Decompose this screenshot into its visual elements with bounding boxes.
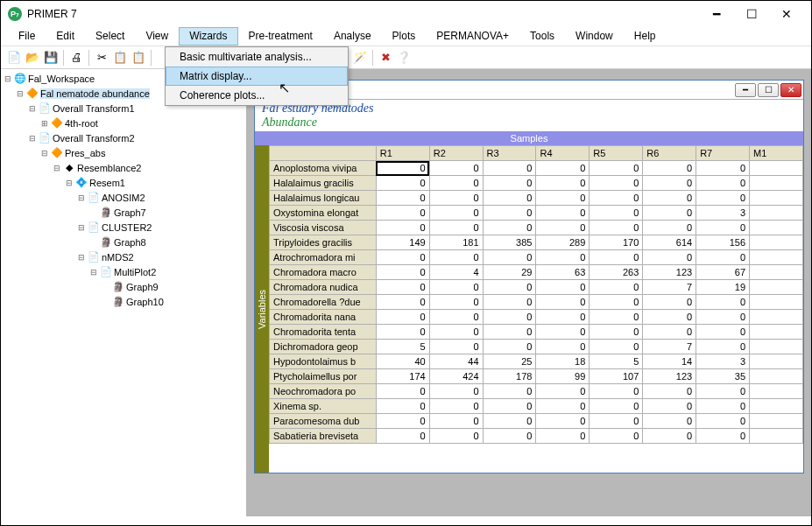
grid-cell[interactable] <box>750 280 803 295</box>
save-icon[interactable]: 💾 <box>43 50 59 66</box>
tree-node[interactable]: ⊞🔶4th-root <box>3 116 244 130</box>
grid-cell[interactable]: 0 <box>376 280 429 295</box>
menu-wizards[interactable]: Wizards <box>179 27 237 46</box>
menu-plots[interactable]: Plots <box>382 27 427 46</box>
grid-cell[interactable]: 0 <box>376 295 429 310</box>
grid-cell[interactable]: 67 <box>696 265 750 280</box>
grid-cell[interactable]: 0 <box>376 414 429 429</box>
grid-cell[interactable]: 0 <box>429 340 483 354</box>
row-header[interactable]: Halalaimus gracilis <box>270 176 377 191</box>
grid-cell[interactable]: 0 <box>429 206 483 221</box>
grid-cell[interactable]: 0 <box>376 325 429 340</box>
row-header[interactable]: Sabatieria breviseta <box>270 429 377 444</box>
tree-expander-icon[interactable]: ⊟ <box>27 133 38 144</box>
column-header[interactable]: R7 <box>696 146 750 161</box>
grid-cell[interactable] <box>750 265 803 280</box>
grid-cell[interactable]: 0 <box>590 325 643 340</box>
grid-cell[interactable]: 0 <box>483 280 536 295</box>
grid-cell[interactable]: 0 <box>376 384 429 399</box>
grid-cell[interactable]: 0 <box>429 399 483 414</box>
grid-cell[interactable]: 0 <box>376 399 429 414</box>
tree-node[interactable]: ⊟◆Resemblance2 <box>3 160 244 175</box>
grid-cell[interactable] <box>750 161 803 176</box>
tree-node[interactable]: 🗿Graph9 <box>3 279 244 294</box>
tree-expander-icon[interactable]: ⊟ <box>3 74 13 84</box>
grid-scroll[interactable]: R1R2R3R4R5R6R7M1Anoplostoma vivipa000000… <box>269 145 803 473</box>
menu-analyse[interactable]: Analyse <box>323 27 382 46</box>
grid-cell[interactable]: 0 <box>429 429 483 444</box>
row-header[interactable]: Anoplostoma vivipa <box>270 161 377 176</box>
grid-cell[interactable]: 0 <box>429 191 483 206</box>
tree-node[interactable]: ⊟📄MultiPlot2 <box>3 264 244 279</box>
grid-cell[interactable]: 7 <box>643 280 696 295</box>
grid-cell[interactable]: 149 <box>376 235 429 250</box>
grid-cell[interactable]: 123 <box>643 265 696 280</box>
print-icon[interactable]: 🖨 <box>68 50 84 66</box>
grid-cell[interactable]: 0 <box>643 384 696 399</box>
grid-cell[interactable]: 0 <box>376 310 429 325</box>
tree-expander-icon[interactable]: ⊟ <box>76 193 87 203</box>
grid-cell[interactable]: 0 <box>536 310 590 325</box>
grid-cell[interactable]: 0 <box>429 221 483 235</box>
tree-expander-icon[interactable]: ⊟ <box>64 178 74 188</box>
grid-cell[interactable]: 0 <box>643 325 696 340</box>
row-header[interactable]: Viscosia viscosa <box>270 221 377 235</box>
row-header[interactable]: Paracomesoma dub <box>270 414 377 429</box>
row-header[interactable]: Hypodontolaimus b <box>270 354 377 369</box>
grid-cell[interactable]: 0 <box>483 310 536 325</box>
column-header[interactable]: R2 <box>429 146 483 161</box>
grid-cell[interactable]: 0 <box>590 399 643 414</box>
grid-cell[interactable]: 181 <box>429 235 483 250</box>
grid-cell[interactable]: 0 <box>643 206 696 221</box>
tree-expander-icon[interactable]: ⊟ <box>27 103 38 114</box>
new-icon[interactable]: 📄 <box>6 50 22 66</box>
tree-node[interactable]: ⊟🔶Pres_abs <box>3 145 244 160</box>
grid-cell[interactable]: 0 <box>483 429 536 444</box>
grid-cell[interactable]: 156 <box>696 235 750 250</box>
grid-cell[interactable]: 424 <box>429 369 483 384</box>
grid-cell[interactable]: 0 <box>643 161 696 176</box>
row-header[interactable]: Chromadorella ?due <box>270 295 377 310</box>
grid-cell[interactable]: 5 <box>376 340 429 354</box>
paste-icon[interactable]: 📋 <box>131 50 146 66</box>
grid-cell[interactable]: 0 <box>429 325 483 340</box>
grid-cell[interactable]: 3 <box>696 206 750 221</box>
grid-cell[interactable]: 0 <box>429 280 483 295</box>
grid-cell[interactable]: 0 <box>536 399 590 414</box>
open-icon[interactable]: 📂 <box>25 50 40 66</box>
grid-cell[interactable]: 0 <box>696 176 750 191</box>
column-header[interactable]: R1 <box>376 146 429 161</box>
tree-expander-icon[interactable]: ⊟ <box>76 222 87 233</box>
row-header[interactable]: Halalaimus longicau <box>270 191 377 206</box>
dropdown-item[interactable]: Coherence plots... <box>166 86 348 105</box>
data-grid[interactable]: R1R2R3R4R5R6R7M1Anoplostoma vivipa000000… <box>269 145 803 444</box>
dropdown-item[interactable]: Basic multivariate analysis... <box>166 47 348 67</box>
grid-cell[interactable]: 0 <box>696 340 750 354</box>
help-icon[interactable]: ❔ <box>396 50 412 66</box>
grid-cell[interactable]: 263 <box>590 265 643 280</box>
grid-cell[interactable]: 0 <box>376 191 429 206</box>
grid-cell[interactable] <box>750 295 803 310</box>
tree-node[interactable]: 🗿Graph7 <box>3 205 244 220</box>
menu-select[interactable]: Select <box>85 27 135 46</box>
grid-cell[interactable]: 0 <box>643 250 696 265</box>
grid-cell[interactable]: 0 <box>483 325 536 340</box>
grid-cell[interactable]: 0 <box>429 161 483 176</box>
grid-cell[interactable]: 3 <box>696 354 750 369</box>
grid-cell[interactable]: 0 <box>376 161 429 176</box>
grid-cell[interactable]: 0 <box>536 340 590 354</box>
tree-node[interactable]: ⊟📄ANOSIM2 <box>3 190 244 205</box>
grid-cell[interactable]: 0 <box>590 384 643 399</box>
grid-cell[interactable] <box>750 176 803 191</box>
tree-expander-icon[interactable]: ⊟ <box>76 252 87 263</box>
column-header[interactable]: M1 <box>750 146 803 161</box>
tree-node[interactable]: ⊟💠Resem1 <box>3 175 244 190</box>
grid-cell[interactable]: 0 <box>376 176 429 191</box>
grid-cell[interactable]: 40 <box>376 354 429 369</box>
grid-cell[interactable]: 170 <box>590 235 643 250</box>
maximize-button[interactable]: ☐ <box>734 4 769 25</box>
grid-cell[interactable]: 0 <box>483 191 536 206</box>
menu-edit[interactable]: Edit <box>46 27 85 46</box>
grid-cell[interactable] <box>750 414 803 429</box>
grid-cell[interactable]: 0 <box>590 429 643 444</box>
